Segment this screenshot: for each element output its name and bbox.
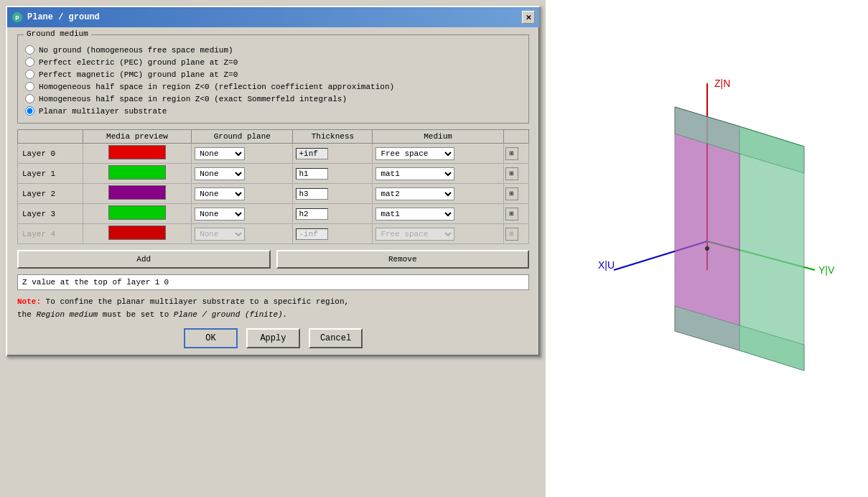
svg-point-13 bbox=[705, 246, 709, 251]
layer-thickness-2 bbox=[293, 184, 373, 204]
ok-button[interactable]: OK bbox=[184, 328, 238, 348]
radio-item-3[interactable]: Homogeneous half space in region Z<0 (re… bbox=[25, 82, 521, 91]
thickness-input-4[interactable] bbox=[296, 228, 328, 240]
radio-label-2: Perfect magnetic (PMC) ground plane at Z… bbox=[39, 70, 238, 79]
layer-ground-0[interactable]: None bbox=[192, 144, 293, 164]
layer-thickness-4 bbox=[293, 224, 373, 244]
remove-button[interactable]: Remove bbox=[276, 250, 530, 269]
col-header-ground: Ground plane bbox=[192, 130, 293, 144]
ground-plane-select-1[interactable]: None bbox=[195, 167, 245, 180]
radio-planar-multilayer[interactable] bbox=[25, 106, 34, 116]
radio-item-1[interactable]: Perfect electric (PEC) ground plane at Z… bbox=[25, 57, 521, 67]
layer-name-4: Layer 4 bbox=[18, 224, 83, 244]
layer-medium-0[interactable]: Free space bbox=[373, 144, 503, 164]
ground-medium-group: Ground medium No ground (homogeneous fre… bbox=[17, 34, 529, 124]
col-header-edit bbox=[503, 130, 528, 144]
layer-color-3 bbox=[83, 204, 191, 224]
3d-view: Z|N Y|V X|U bbox=[549, 40, 865, 457]
medium-select-1[interactable]: mat1 bbox=[375, 167, 454, 180]
note-bold: Note: bbox=[17, 297, 41, 306]
layer-edit-1[interactable]: ⊞ bbox=[503, 164, 528, 184]
layer-ground-2[interactable]: None bbox=[192, 184, 293, 204]
medium-select-4[interactable]: Free space bbox=[375, 228, 454, 241]
layer-edit-0[interactable]: ⊞ bbox=[503, 144, 528, 164]
layer-edit-3[interactable]: ⊞ bbox=[503, 204, 528, 224]
apply-button[interactable]: Apply bbox=[246, 328, 300, 348]
close-button[interactable]: ✕ bbox=[522, 11, 535, 24]
grid-button-2[interactable]: ⊞ bbox=[505, 187, 518, 200]
layer-color-2 bbox=[83, 184, 191, 204]
radio-label-4: Homogeneous half space in region Z<0 (ex… bbox=[39, 95, 347, 103]
layer-ground-1[interactable]: None bbox=[192, 164, 293, 184]
grid-button-0[interactable]: ⊞ bbox=[505, 147, 518, 160]
radio-item-4[interactable]: Homogeneous half space in region Z<0 (ex… bbox=[25, 94, 521, 103]
radio-item-0[interactable]: No ground (homogeneous free space medium… bbox=[25, 45, 521, 55]
grid-button-4[interactable]: ⊞ bbox=[505, 228, 518, 241]
ground-plane-select-3[interactable]: None bbox=[195, 208, 245, 220]
medium-select-2[interactable]: mat2 bbox=[375, 187, 454, 200]
layer-ground-3[interactable]: None bbox=[192, 204, 293, 224]
layer-table: Media preview Ground plane Thickness Med… bbox=[17, 129, 529, 244]
add-button[interactable]: Add bbox=[17, 250, 271, 269]
table-row: Layer 3Nonemat1⊞ bbox=[18, 204, 529, 224]
radio-group: No ground (homogeneous free space medium… bbox=[25, 41, 521, 116]
radio-item-2[interactable]: Perfect magnetic (PMC) ground plane at Z… bbox=[25, 70, 521, 79]
ground-plane-select-2[interactable]: None bbox=[195, 187, 245, 200]
grid-button-1[interactable]: ⊞ bbox=[505, 167, 518, 180]
layer-color-1 bbox=[83, 164, 191, 184]
layer-name-3: Layer 3 bbox=[18, 204, 83, 224]
layer-medium-1[interactable]: mat1 bbox=[373, 164, 503, 184]
thickness-input-1[interactable] bbox=[296, 168, 328, 180]
radio-item-5[interactable]: Planar multilayer substrate bbox=[25, 106, 521, 116]
svg-text:Y|V: Y|V bbox=[818, 264, 835, 276]
dialog-content: Ground medium No ground (homogeneous fre… bbox=[7, 27, 539, 356]
layer-medium-2[interactable]: mat2 bbox=[373, 184, 503, 204]
layer-edit-2[interactable]: ⊞ bbox=[503, 184, 528, 204]
radio-homogeneous-rca[interactable] bbox=[25, 82, 34, 91]
layer-edit-4[interactable]: ⊞ bbox=[503, 224, 528, 244]
medium-select-3[interactable]: mat1 bbox=[375, 208, 454, 220]
thickness-input-2[interactable] bbox=[296, 188, 328, 200]
layer-name-1: Layer 1 bbox=[18, 164, 83, 184]
svg-text:Z|N: Z|N bbox=[714, 78, 730, 89]
grid-button-3[interactable]: ⊞ bbox=[505, 208, 518, 220]
layer-color-4 bbox=[83, 224, 191, 244]
medium-select-0[interactable]: Free space bbox=[375, 147, 454, 160]
note-italic2: Plane / ground (finite). bbox=[174, 310, 287, 319]
note-area: Note: To confine the planar multilayer s… bbox=[17, 296, 529, 321]
dialog-title: Plane / ground bbox=[27, 12, 100, 22]
cancel-button[interactable]: Cancel bbox=[309, 328, 363, 348]
radio-pec[interactable] bbox=[25, 57, 34, 67]
svg-text:X|U: X|U bbox=[598, 259, 615, 271]
radio-label-5: Planar multilayer substrate bbox=[39, 107, 167, 116]
svg-text:P: P bbox=[15, 15, 19, 22]
note-text: To confine the planar multilayer substra… bbox=[41, 297, 349, 306]
layer-medium-4[interactable]: Free space bbox=[373, 224, 503, 244]
z-value-input[interactable] bbox=[164, 278, 524, 287]
add-remove-row: Add Remove bbox=[17, 250, 529, 269]
radio-pmc[interactable] bbox=[25, 70, 34, 79]
thickness-input-3[interactable] bbox=[296, 208, 328, 220]
ground-plane-select-0[interactable]: None bbox=[195, 147, 245, 160]
radio-homogeneous-exact[interactable] bbox=[25, 94, 34, 103]
dialog-panel: P Plane / ground ✕ Ground medium No grou… bbox=[0, 0, 546, 497]
layer-ground-4[interactable]: None bbox=[192, 224, 293, 244]
radio-label-1: Perfect electric (PEC) ground plane at Z… bbox=[39, 58, 238, 67]
layer-name-2: Layer 2 bbox=[18, 184, 83, 204]
table-row: Layer 0NoneFree space⊞ bbox=[18, 144, 529, 164]
dialog-window: P Plane / ground ✕ Ground medium No grou… bbox=[6, 6, 541, 357]
layer-thickness-0 bbox=[293, 144, 373, 164]
z-value-row: Z value at the top of layer 1 bbox=[17, 274, 529, 290]
col-header-name bbox=[18, 130, 83, 144]
layer-medium-3[interactable]: mat1 bbox=[373, 204, 503, 224]
col-header-preview: Media preview bbox=[83, 130, 191, 144]
thickness-input-0[interactable] bbox=[296, 148, 328, 159]
note-text3: must be set to bbox=[98, 310, 174, 319]
title-left: P Plane / ground bbox=[11, 11, 100, 23]
radio-label-3: Homogeneous half space in region Z<0 (re… bbox=[39, 83, 394, 91]
note-italic: Region medium bbox=[36, 310, 98, 319]
ground-plane-select-4[interactable]: None bbox=[195, 228, 245, 241]
ground-medium-label: Ground medium bbox=[24, 29, 91, 38]
table-row: Layer 2Nonemat2⊞ bbox=[18, 184, 529, 204]
radio-no-ground[interactable] bbox=[25, 45, 34, 55]
